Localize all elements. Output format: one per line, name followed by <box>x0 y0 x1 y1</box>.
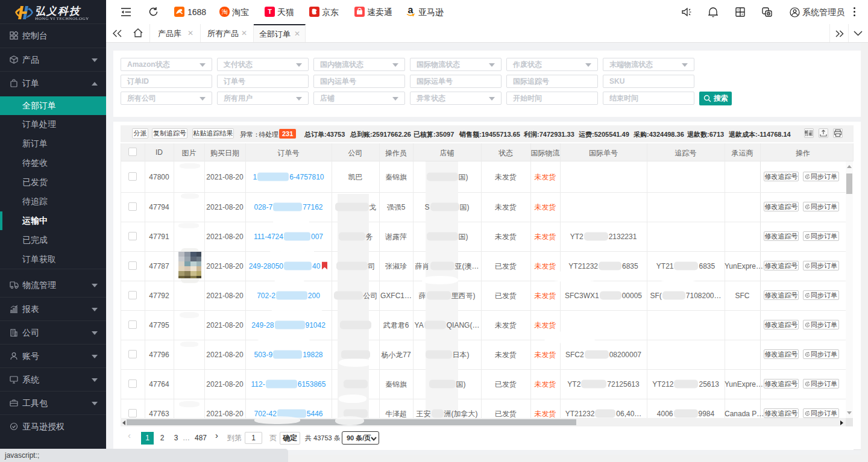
svg-text:a: a <box>408 5 414 15</box>
